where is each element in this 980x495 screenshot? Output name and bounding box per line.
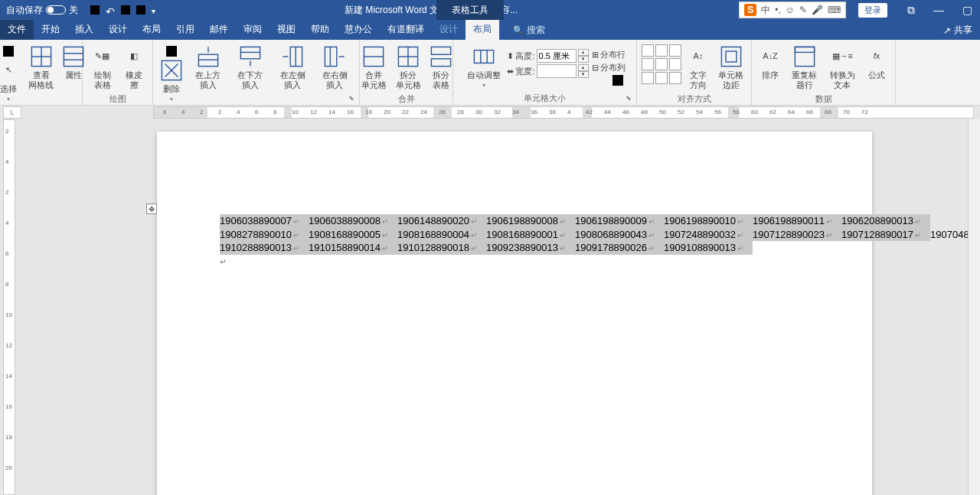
window-minimize-icon[interactable]: — — [926, 4, 952, 16]
insert-below-button[interactable]: 在下方插入 — [230, 44, 270, 92]
ime-lang-icon[interactable]: 中 — [761, 4, 770, 17]
h-ruler-tick: 36 — [531, 109, 537, 116]
table-cell[interactable]: 1909108890013 — [664, 241, 753, 255]
insert-above-button[interactable]: 在上方插入 — [188, 44, 227, 92]
cell-margins-button[interactable]: 单元格 边距 — [715, 44, 746, 92]
tab-youdao[interactable]: 有道翻译 — [380, 19, 432, 40]
table-cell[interactable]: 1909238890013 — [486, 241, 575, 255]
sogou-icon: S — [744, 4, 756, 16]
v-ruler-tick: 4 — [5, 220, 8, 226]
qat-block-icon[interactable] — [121, 5, 130, 15]
split-cells-button[interactable]: 拆分 单元格 — [393, 44, 424, 92]
sort-button[interactable]: A↓Z 排序 — [756, 44, 784, 82]
table-cell[interactable]: 1908068890043 — [575, 228, 664, 242]
tab-design[interactable]: 设计 — [101, 19, 135, 40]
delete-button[interactable]: 删除 — [158, 44, 185, 105]
qat-block2-icon[interactable] — [136, 5, 145, 15]
ime-panel[interactable]: S 中 •, ☺ ✎ 🎤 ⌨ — [739, 2, 846, 18]
svg-rect-27 — [431, 59, 450, 67]
width-down[interactable]: ▼ — [578, 71, 589, 78]
merge-cells-button[interactable]: 合并 单元格 — [358, 44, 390, 92]
tab-mailings[interactable]: 邮件 — [202, 19, 236, 40]
width-icon: ⬌ — [507, 67, 514, 77]
table-cell[interactable]: 1906198890010 — [664, 214, 753, 228]
window-maximize-icon[interactable]: ▢ — [955, 4, 980, 16]
height-up[interactable]: ▲ — [578, 49, 589, 56]
ime-punct-icon[interactable]: •, — [775, 5, 781, 15]
insert-left-button[interactable]: 在左侧插入 — [273, 44, 312, 92]
tab-layout[interactable]: 布局 — [135, 19, 168, 40]
distribute-rows-button[interactable]: ⊞分布行 — [592, 49, 626, 60]
horizontal-ruler[interactable]: 6422468101214161820222426283032343638442… — [153, 106, 974, 119]
table-cell[interactable]: 1910158890014 — [309, 241, 397, 255]
height-down[interactable]: ▼ — [578, 56, 589, 63]
window-feedback-icon[interactable]: ⧉ — [900, 4, 923, 17]
table-cell[interactable]: 1906198890008 — [486, 214, 575, 228]
auto-save-toggle[interactable] — [46, 5, 66, 15]
tab-file[interactable]: 文件 — [0, 19, 34, 40]
table-cell[interactable]: 1906198890009 — [575, 214, 664, 228]
qat-save-icon[interactable] — [90, 5, 100, 15]
table-row[interactable]: 1910288890013191015889001419101288900181… — [220, 241, 980, 255]
table-row[interactable]: 1906038890007190603889000819061488900201… — [220, 214, 980, 228]
tab-references[interactable]: 引用 — [168, 19, 202, 40]
table-cell[interactable]: 1910288890013 — [220, 241, 309, 255]
rows-cols-launcher[interactable]: ⬊ — [348, 94, 358, 103]
tab-huiban[interactable]: 慧办公 — [337, 19, 380, 40]
table-cell[interactable]: 1907248890032 — [664, 228, 753, 242]
insert-right-button[interactable]: 在右侧插入 — [315, 44, 354, 92]
table-cell[interactable]: 1909178890026 — [575, 241, 664, 255]
table-cell[interactable]: 1907128890017 — [841, 228, 930, 242]
login-button[interactable]: 登录 — [858, 3, 887, 18]
cell-size-launcher[interactable]: ⬊ — [626, 94, 635, 103]
tab-table-design[interactable]: 设计 — [432, 19, 466, 40]
table-cell[interactable]: 1906148890020 — [397, 214, 486, 228]
table-cell[interactable]: 1908168890005 — [309, 228, 397, 242]
vertical-scrollbar[interactable] — [968, 119, 980, 495]
tab-view[interactable]: 视图 — [270, 19, 303, 40]
split-table-button[interactable]: 拆分表格 — [427, 44, 455, 92]
table-cell[interactable]: 1910128890018 — [397, 241, 486, 255]
share-button[interactable]: ↗共享 — [936, 21, 980, 40]
undo-icon[interactable] — [106, 5, 115, 15]
tab-home[interactable]: 开始 — [34, 19, 67, 40]
table-row[interactable]: 1908278890010190816889000519081688900041… — [220, 228, 980, 242]
ribbon-overflow-icon[interactable] — [612, 75, 623, 86]
ruler-corner[interactable]: L — [3, 106, 21, 119]
table-cell[interactable]: 1908168890004 — [397, 228, 486, 242]
tab-help[interactable]: 帮助 — [303, 19, 337, 40]
width-input[interactable] — [537, 64, 577, 78]
table-cell[interactable]: 1906198890011 — [753, 214, 841, 228]
ime-mic-icon[interactable]: 🎤 — [812, 5, 823, 15]
table-move-handle[interactable]: ✥ — [146, 204, 157, 214]
draw-table-button[interactable]: ✎▦ 绘制表格 — [87, 44, 117, 92]
alignment-grid[interactable] — [642, 44, 681, 84]
autofit-button[interactable]: 自动调整 — [464, 44, 504, 91]
width-up[interactable]: ▲ — [578, 64, 589, 71]
table-cell[interactable]: 1906208890013 — [841, 214, 930, 228]
tab-review[interactable]: 审阅 — [236, 19, 270, 40]
height-input[interactable] — [537, 49, 577, 63]
table-cell[interactable]: 1908168890001 — [486, 228, 575, 242]
ime-face-icon[interactable]: ☺ — [786, 5, 795, 15]
document-content[interactable]: 1906038890007190603889000819061488900201… — [220, 214, 980, 267]
distribute-cols-button[interactable]: ⊟分布列 — [592, 62, 626, 73]
table-cell[interactable]: 1906038890007 — [220, 214, 309, 228]
tab-table-layout[interactable]: 布局 — [466, 19, 499, 40]
formula-button[interactable]: fx 公式 — [863, 44, 890, 82]
repeat-header-button[interactable]: 重复标题行 — [787, 44, 822, 92]
view-gridlines-button[interactable]: 查看 网格线 — [25, 44, 57, 92]
tab-insert[interactable]: 插入 — [67, 19, 101, 40]
table-cell[interactable]: 1906038890008 — [309, 214, 397, 228]
select-button[interactable]: ↖ 选择 — [0, 44, 22, 105]
qat-dropdown-icon[interactable] — [152, 5, 158, 15]
table-cell[interactable]: 1907128890023 — [753, 228, 841, 242]
eraser-button[interactable]: ◧ 橡皮擦 — [120, 44, 148, 92]
table-cell[interactable]: 1908278890010 — [220, 228, 309, 242]
ime-pen-icon[interactable]: ✎ — [799, 5, 807, 15]
search-box[interactable]: 搜索 — [507, 21, 551, 40]
text-direction-button[interactable]: A↕ 文字方向 — [684, 44, 712, 92]
convert-to-text-button[interactable]: ▦→≡ 转换为文本 — [825, 44, 861, 92]
vertical-ruler[interactable]: 242468101214161820 — [3, 119, 15, 495]
ime-kb-icon[interactable]: ⌨ — [828, 5, 841, 15]
